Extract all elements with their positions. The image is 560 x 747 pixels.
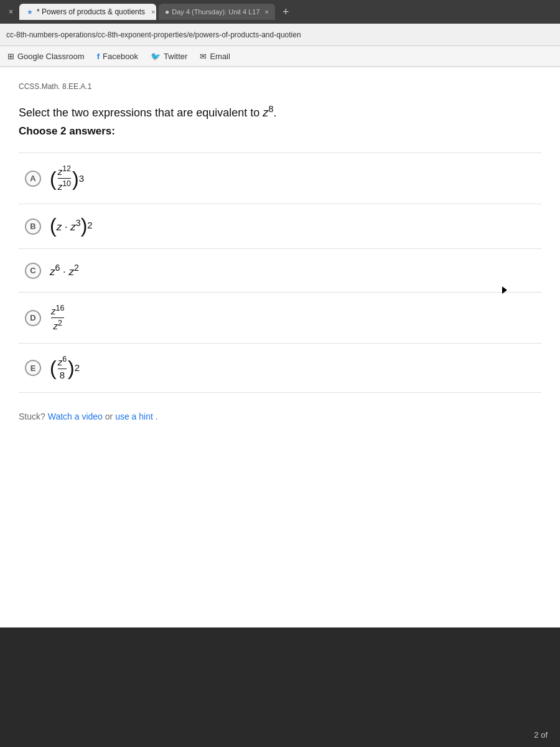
address-text: cc-8th-numbers-operations/cc-8th-exponen…	[6, 31, 554, 39]
breadcrumb-text: CCSS.Math. 8.EE.A.1	[19, 82, 91, 91]
bottom-dark-bar	[0, 627, 560, 665]
paren-expr-e: ( z6 8 ) 2	[50, 355, 80, 381]
tab-favicon: ★	[27, 8, 33, 16]
math-b: ( z · z3 ) 2	[50, 215, 93, 237]
fraction-e: z6 8	[58, 355, 67, 381]
fraction-a: z12 z10	[58, 164, 71, 192]
page-num: 2 of	[534, 730, 548, 740]
fraction-d: z16 z2	[51, 304, 64, 332]
tab-day4[interactable]: ● Day 4 (Thursday): Unit 4 L17 ×	[159, 4, 275, 20]
choice-b[interactable]: B ( z · z3 ) 2	[19, 204, 541, 249]
browser-chrome: × ★ * Powers of products & quotients × ●…	[0, 0, 560, 24]
paren-expr-b: ( z · z3 ) 2	[50, 215, 93, 235]
bookmark-fb-label: Facebook	[103, 52, 138, 61]
new-tab-button[interactable]: +	[278, 4, 294, 20]
bookmark-gc-label: Google Classroom	[17, 52, 85, 61]
math-a: ( z12 z10 ) 3	[50, 164, 84, 192]
tab-label: * Powers of products & quotients	[37, 7, 145, 16]
tab-powers[interactable]: ★ * Powers of products & quotients ×	[19, 4, 156, 20]
bookmark-google-classroom[interactable]: ⊞ Google Classroom	[7, 52, 85, 61]
bookmark-tw-label: Twitter	[164, 52, 187, 61]
choose-label: Choose 2 answers:	[19, 125, 541, 138]
content-area: CCSS.Math. 8.EE.A.1 Select the two expre…	[0, 67, 560, 627]
choice-c[interactable]: C z6 · z2	[19, 249, 541, 293]
tab-close-btn[interactable]: ×	[151, 8, 155, 16]
question-instruction: Select the two expressions that are equi…	[19, 102, 541, 121]
bookmarks-bar: ⊞ Google Classroom f Facebook 🐦 Twitter …	[0, 46, 560, 67]
radio-b[interactable]: B	[25, 218, 41, 235]
math-d: z16 z2	[50, 304, 65, 332]
bookmark-email-label: Email	[210, 52, 230, 61]
address-bar: cc-8th-numbers-operations/cc-8th-exponen…	[0, 24, 560, 46]
window-close[interactable]: ×	[5, 6, 17, 17]
or-text: or	[105, 411, 115, 421]
tab2-label: Day 4 (Thursday): Unit 4 L17	[172, 8, 259, 16]
radio-e[interactable]: E	[25, 360, 41, 376]
bookmark-twitter[interactable]: 🐦 Twitter	[151, 52, 187, 61]
breadcrumb: CCSS.Math. 8.EE.A.1	[19, 82, 541, 91]
stuck-text: Stuck?	[19, 411, 48, 421]
stuck-hint: Stuck? Watch a video or use a hint .	[19, 411, 541, 421]
address-full[interactable]: cc-8th-numbers-operations/cc-8th-exponen…	[6, 31, 301, 39]
math-c: z6 · z2	[50, 261, 79, 280]
radio-d[interactable]: D	[25, 310, 41, 326]
choice-a[interactable]: A ( z12 z10 ) 3	[19, 153, 541, 204]
use-hint-link[interactable]: use a hint	[115, 411, 153, 421]
choice-d[interactable]: D z16 z2	[19, 293, 541, 344]
radio-a[interactable]: A	[25, 171, 41, 187]
hint-period: .	[156, 411, 158, 421]
radio-c[interactable]: C	[25, 263, 41, 279]
bookmark-facebook[interactable]: f Facebook	[97, 52, 138, 61]
mouse-cursor	[502, 286, 507, 294]
google-classroom-icon: ⊞	[7, 52, 14, 61]
choices-list: A ( z12 z10 ) 3 B ( z	[19, 153, 541, 393]
bookmark-email[interactable]: ✉ Email	[200, 52, 230, 61]
paren-expr-a: ( z12 z10 ) 3	[50, 164, 84, 192]
tab2-close-btn[interactable]: ×	[265, 8, 269, 16]
facebook-icon: f	[97, 52, 100, 61]
page-indicator: 2 of	[534, 730, 548, 740]
email-icon: ✉	[200, 52, 207, 61]
tab2-favicon: ●	[165, 7, 169, 16]
twitter-icon: 🐦	[151, 52, 161, 61]
choice-e[interactable]: E ( z6 8 ) 2	[19, 344, 541, 393]
watch-video-link[interactable]: Watch a video	[48, 411, 103, 421]
math-e: ( z6 8 ) 2	[50, 355, 80, 381]
